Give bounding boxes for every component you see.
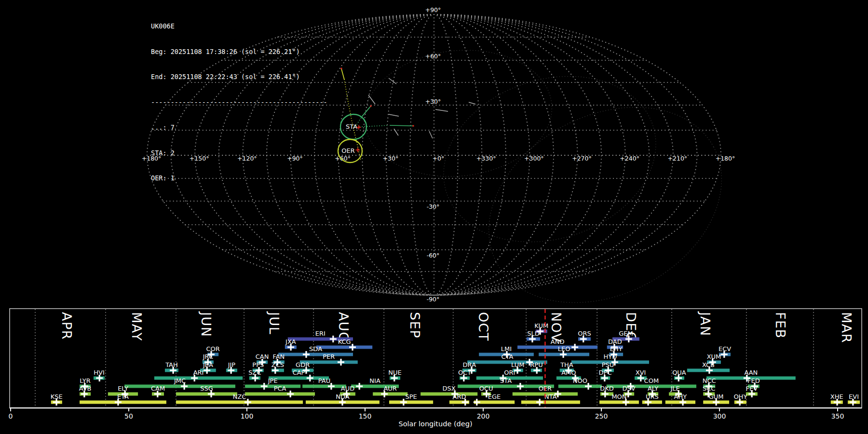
lat-label: -30° xyxy=(427,203,440,210)
axis-title: Solar longitude (deg) xyxy=(398,420,472,428)
shower-label-ERI: ERI xyxy=(315,330,326,337)
shower-label-KUM: KUM xyxy=(534,322,548,329)
month-label-OCT: OCT xyxy=(476,312,491,341)
map-meridian xyxy=(314,14,434,295)
lon-label: +90° xyxy=(287,155,303,162)
radiant-label-STA: STA xyxy=(346,123,357,130)
shower-bar-ETA xyxy=(80,401,166,404)
shower-label-NTA: NTA xyxy=(544,393,557,400)
lat-label: -90° xyxy=(427,296,440,303)
shower-label-FAN: FAN xyxy=(272,353,285,360)
month-label-JAN: JAN xyxy=(698,311,713,337)
shower-label-NZC: NZC xyxy=(233,393,246,400)
shower-bar-NOO xyxy=(558,385,602,388)
shower-bar-NZC xyxy=(176,401,303,404)
shower-bar-SDA xyxy=(278,353,353,356)
shower-bar-PCA xyxy=(245,393,315,396)
lon-label: +120° xyxy=(237,155,257,162)
shower-bar-ARI xyxy=(154,377,243,380)
shower-label-MON: MON xyxy=(611,393,626,400)
month-label-JUL: JUL xyxy=(267,311,282,335)
meteor-streak xyxy=(394,129,398,136)
lon-label: +0° xyxy=(433,155,445,162)
shower-label-FED: FED xyxy=(747,377,760,384)
shower-label-GDR: GDR xyxy=(296,361,310,368)
shower-label-STA: STA xyxy=(500,377,512,384)
map-meridian xyxy=(434,14,697,295)
shower-label-AMO: AMO xyxy=(561,369,576,376)
meteor-end-point xyxy=(341,68,342,69)
shower-label-NOO: NOO xyxy=(573,377,587,384)
x-tick-label: 50 xyxy=(124,412,133,420)
shower-label-COM: COM xyxy=(644,377,659,384)
lat-label: +60° xyxy=(425,53,441,60)
x-tick-label: 100 xyxy=(241,412,254,420)
month-label-DEC: DEC xyxy=(624,312,638,341)
shower-label-SDA: SDA xyxy=(309,345,322,353)
shower-label-AND: AND xyxy=(551,338,565,345)
shower-label-PER: PER xyxy=(323,353,335,360)
shower-bar-JPE xyxy=(245,385,300,388)
x-tick-label: 0 xyxy=(9,412,13,420)
lon-label: +240° xyxy=(620,155,639,162)
shower-label-OCT: OCT xyxy=(458,369,471,376)
shower-label-CAP: CAP xyxy=(293,369,305,376)
shower-label-ORI: ORI xyxy=(504,369,515,376)
meteor-plot-canvas: +90°+60°+30°-30°-60°-90°+180°+150°+120°+… xyxy=(0,0,868,434)
lon-label: +30° xyxy=(383,155,399,162)
shower-label-SPE: SPE xyxy=(405,393,417,400)
shower-label-TAH: TAH xyxy=(165,361,178,368)
sky-map: +90°+60°+30°-30°-60°-90°+180°+150°+120°+… xyxy=(142,6,756,341)
shower-label-PCA: PCA xyxy=(274,385,286,392)
meteor-streak xyxy=(368,95,375,104)
shower-label-DRA: DRA xyxy=(463,361,476,368)
shower-label-COR: COR xyxy=(206,345,220,353)
shower-label-KCG: KCG xyxy=(338,338,351,345)
shower-label-AHY: AHY xyxy=(674,393,687,400)
shower-label-EVI: EVI xyxy=(849,393,859,400)
shower-label-DSX: DSX xyxy=(443,385,456,392)
fov-arc xyxy=(455,68,756,341)
lon-label: +150° xyxy=(190,155,209,162)
shower-meteor-trail xyxy=(390,125,413,126)
lat-label: -60° xyxy=(427,252,440,259)
shower-label-JPE: JPE xyxy=(268,377,278,384)
meteor-end-point xyxy=(370,106,372,107)
shower-label-SLD: SLD xyxy=(527,330,540,337)
x-tick-label: 300 xyxy=(713,412,726,420)
meteor-end-point xyxy=(413,125,414,127)
meteor-dotted-path xyxy=(360,125,389,127)
shower-label-XUM: XUM xyxy=(707,353,721,360)
shower-label-ETA: ETA xyxy=(117,393,129,400)
shower-bar-KCG xyxy=(316,346,372,349)
shower-bar-AUR xyxy=(373,393,407,396)
month-label-JUN: JUN xyxy=(199,311,214,337)
lon-label: +180° xyxy=(142,155,162,162)
shower-label-PAU: PAU xyxy=(318,377,330,384)
shower-bar-DSX xyxy=(420,393,477,396)
shower-label-ORS: ORS xyxy=(578,330,591,337)
meteor-streak xyxy=(389,78,396,84)
shower-label-PPS: PPS xyxy=(252,361,264,368)
shower-label-AUD: AUD xyxy=(341,385,354,392)
month-label-SEP: SEP xyxy=(407,312,422,339)
shower-label-THA: THA xyxy=(560,361,573,368)
shower-meteor-trail xyxy=(341,69,344,80)
lon-label: +300° xyxy=(524,155,544,162)
lon-label: +270° xyxy=(572,155,592,162)
meteor-streak xyxy=(469,102,475,104)
shower-bar-JMC xyxy=(124,385,235,388)
radiant-label-OER: OER xyxy=(341,147,354,154)
shower-label-ELY: ELY xyxy=(118,385,128,392)
month-label-FEB: FEB xyxy=(773,312,788,339)
shower-label-EHY: EHY xyxy=(610,345,623,353)
shower-label-XCB: XCB xyxy=(702,361,715,368)
shower-label-EGE: EGE xyxy=(488,393,501,400)
meteor-streak xyxy=(389,114,399,116)
shower-bar-NTA xyxy=(521,401,580,404)
shower-label-DKD: DKD xyxy=(600,385,614,392)
shower-label-ZCS: ZCS xyxy=(271,361,284,368)
meteor-streak xyxy=(429,131,433,138)
x-tick-label: 250 xyxy=(595,412,608,420)
shower-bar-SSG xyxy=(176,393,237,396)
